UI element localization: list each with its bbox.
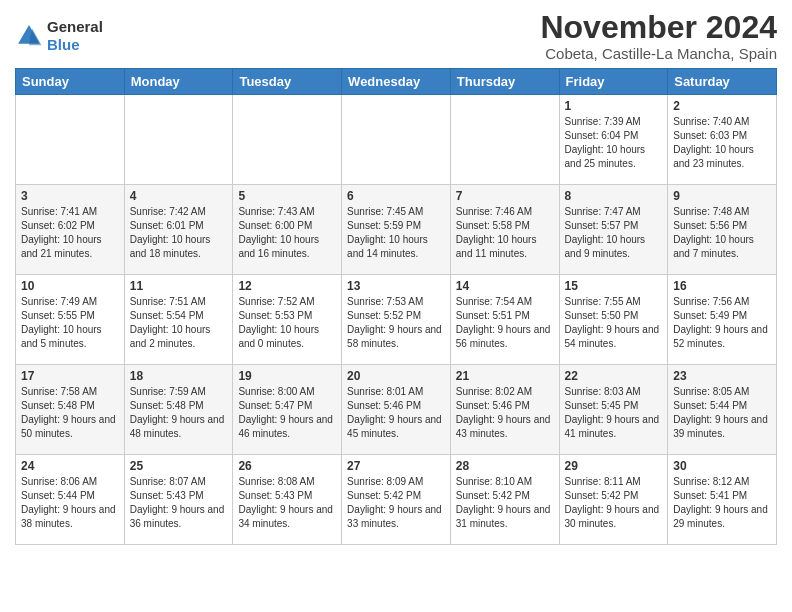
day-info: Sunrise: 8:07 AM Sunset: 5:43 PM Dayligh… [130,475,228,531]
calendar-cell [16,95,125,185]
day-info: Sunrise: 7:49 AM Sunset: 5:55 PM Dayligh… [21,295,119,351]
day-info: Sunrise: 8:11 AM Sunset: 5:42 PM Dayligh… [565,475,663,531]
day-number: 3 [21,189,119,203]
calendar-week-row: 3Sunrise: 7:41 AM Sunset: 6:02 PM Daylig… [16,185,777,275]
calendar-cell: 7Sunrise: 7:46 AM Sunset: 5:58 PM Daylig… [450,185,559,275]
day-number: 4 [130,189,228,203]
logo-text: General Blue [47,18,103,54]
calendar-cell [450,95,559,185]
calendar-week-row: 24Sunrise: 8:06 AM Sunset: 5:44 PM Dayli… [16,455,777,545]
calendar-cell: 15Sunrise: 7:55 AM Sunset: 5:50 PM Dayli… [559,275,668,365]
day-number: 5 [238,189,336,203]
calendar-cell: 14Sunrise: 7:54 AM Sunset: 5:51 PM Dayli… [450,275,559,365]
day-number: 29 [565,459,663,473]
day-number: 10 [21,279,119,293]
day-info: Sunrise: 7:56 AM Sunset: 5:49 PM Dayligh… [673,295,771,351]
day-number: 11 [130,279,228,293]
calendar-week-row: 1Sunrise: 7:39 AM Sunset: 6:04 PM Daylig… [16,95,777,185]
day-info: Sunrise: 8:02 AM Sunset: 5:46 PM Dayligh… [456,385,554,441]
calendar-cell [124,95,233,185]
weekday-header: Saturday [668,69,777,95]
calendar-cell: 20Sunrise: 8:01 AM Sunset: 5:46 PM Dayli… [342,365,451,455]
day-info: Sunrise: 7:53 AM Sunset: 5:52 PM Dayligh… [347,295,445,351]
day-info: Sunrise: 7:39 AM Sunset: 6:04 PM Dayligh… [565,115,663,171]
weekday-header: Wednesday [342,69,451,95]
weekday-row: SundayMondayTuesdayWednesdayThursdayFrid… [16,69,777,95]
calendar-cell: 28Sunrise: 8:10 AM Sunset: 5:42 PM Dayli… [450,455,559,545]
day-number: 1 [565,99,663,113]
calendar-cell: 24Sunrise: 8:06 AM Sunset: 5:44 PM Dayli… [16,455,125,545]
calendar-header: SundayMondayTuesdayWednesdayThursdayFrid… [16,69,777,95]
calendar-cell [233,95,342,185]
day-info: Sunrise: 7:52 AM Sunset: 5:53 PM Dayligh… [238,295,336,351]
day-info: Sunrise: 8:10 AM Sunset: 5:42 PM Dayligh… [456,475,554,531]
day-info: Sunrise: 7:47 AM Sunset: 5:57 PM Dayligh… [565,205,663,261]
day-number: 7 [456,189,554,203]
page-subtitle: Cobeta, Castille-La Mancha, Spain [540,45,777,62]
calendar-week-row: 10Sunrise: 7:49 AM Sunset: 5:55 PM Dayli… [16,275,777,365]
calendar-cell: 26Sunrise: 8:08 AM Sunset: 5:43 PM Dayli… [233,455,342,545]
calendar-cell: 23Sunrise: 8:05 AM Sunset: 5:44 PM Dayli… [668,365,777,455]
day-info: Sunrise: 7:48 AM Sunset: 5:56 PM Dayligh… [673,205,771,261]
day-number: 19 [238,369,336,383]
day-number: 23 [673,369,771,383]
day-number: 2 [673,99,771,113]
day-number: 13 [347,279,445,293]
day-number: 22 [565,369,663,383]
day-number: 20 [347,369,445,383]
day-info: Sunrise: 8:01 AM Sunset: 5:46 PM Dayligh… [347,385,445,441]
day-info: Sunrise: 7:46 AM Sunset: 5:58 PM Dayligh… [456,205,554,261]
day-number: 14 [456,279,554,293]
day-number: 26 [238,459,336,473]
calendar-cell: 17Sunrise: 7:58 AM Sunset: 5:48 PM Dayli… [16,365,125,455]
calendar-cell: 1Sunrise: 7:39 AM Sunset: 6:04 PM Daylig… [559,95,668,185]
day-number: 17 [21,369,119,383]
calendar-cell: 2Sunrise: 7:40 AM Sunset: 6:03 PM Daylig… [668,95,777,185]
day-number: 27 [347,459,445,473]
weekday-header: Tuesday [233,69,342,95]
weekday-header: Sunday [16,69,125,95]
day-number: 21 [456,369,554,383]
calendar-week-row: 17Sunrise: 7:58 AM Sunset: 5:48 PM Dayli… [16,365,777,455]
calendar-cell: 18Sunrise: 7:59 AM Sunset: 5:48 PM Dayli… [124,365,233,455]
calendar: SundayMondayTuesdayWednesdayThursdayFrid… [15,68,777,545]
page-title: November 2024 [540,10,777,45]
weekday-header: Monday [124,69,233,95]
calendar-cell: 13Sunrise: 7:53 AM Sunset: 5:52 PM Dayli… [342,275,451,365]
header: General Blue November 2024 Cobeta, Casti… [15,10,777,62]
calendar-cell: 11Sunrise: 7:51 AM Sunset: 5:54 PM Dayli… [124,275,233,365]
day-info: Sunrise: 7:45 AM Sunset: 5:59 PM Dayligh… [347,205,445,261]
day-number: 24 [21,459,119,473]
calendar-cell: 30Sunrise: 8:12 AM Sunset: 5:41 PM Dayli… [668,455,777,545]
title-block: November 2024 Cobeta, Castille-La Mancha… [540,10,777,62]
calendar-cell: 25Sunrise: 8:07 AM Sunset: 5:43 PM Dayli… [124,455,233,545]
day-info: Sunrise: 8:12 AM Sunset: 5:41 PM Dayligh… [673,475,771,531]
day-info: Sunrise: 8:00 AM Sunset: 5:47 PM Dayligh… [238,385,336,441]
calendar-cell: 3Sunrise: 7:41 AM Sunset: 6:02 PM Daylig… [16,185,125,275]
logo-icon [15,22,43,50]
day-number: 25 [130,459,228,473]
weekday-header: Friday [559,69,668,95]
day-info: Sunrise: 7:51 AM Sunset: 5:54 PM Dayligh… [130,295,228,351]
calendar-cell: 21Sunrise: 8:02 AM Sunset: 5:46 PM Dayli… [450,365,559,455]
page: General Blue November 2024 Cobeta, Casti… [0,0,792,555]
day-info: Sunrise: 7:55 AM Sunset: 5:50 PM Dayligh… [565,295,663,351]
day-number: 8 [565,189,663,203]
calendar-cell: 8Sunrise: 7:47 AM Sunset: 5:57 PM Daylig… [559,185,668,275]
calendar-cell: 22Sunrise: 8:03 AM Sunset: 5:45 PM Dayli… [559,365,668,455]
logo: General Blue [15,18,103,54]
day-info: Sunrise: 7:54 AM Sunset: 5:51 PM Dayligh… [456,295,554,351]
day-info: Sunrise: 8:08 AM Sunset: 5:43 PM Dayligh… [238,475,336,531]
calendar-cell: 27Sunrise: 8:09 AM Sunset: 5:42 PM Dayli… [342,455,451,545]
logo-blue: Blue [47,36,103,54]
calendar-cell: 6Sunrise: 7:45 AM Sunset: 5:59 PM Daylig… [342,185,451,275]
calendar-cell: 29Sunrise: 8:11 AM Sunset: 5:42 PM Dayli… [559,455,668,545]
day-number: 12 [238,279,336,293]
day-number: 15 [565,279,663,293]
day-info: Sunrise: 8:05 AM Sunset: 5:44 PM Dayligh… [673,385,771,441]
day-info: Sunrise: 8:09 AM Sunset: 5:42 PM Dayligh… [347,475,445,531]
calendar-cell: 19Sunrise: 8:00 AM Sunset: 5:47 PM Dayli… [233,365,342,455]
day-info: Sunrise: 7:42 AM Sunset: 6:01 PM Dayligh… [130,205,228,261]
day-info: Sunrise: 7:40 AM Sunset: 6:03 PM Dayligh… [673,115,771,171]
day-info: Sunrise: 7:41 AM Sunset: 6:02 PM Dayligh… [21,205,119,261]
